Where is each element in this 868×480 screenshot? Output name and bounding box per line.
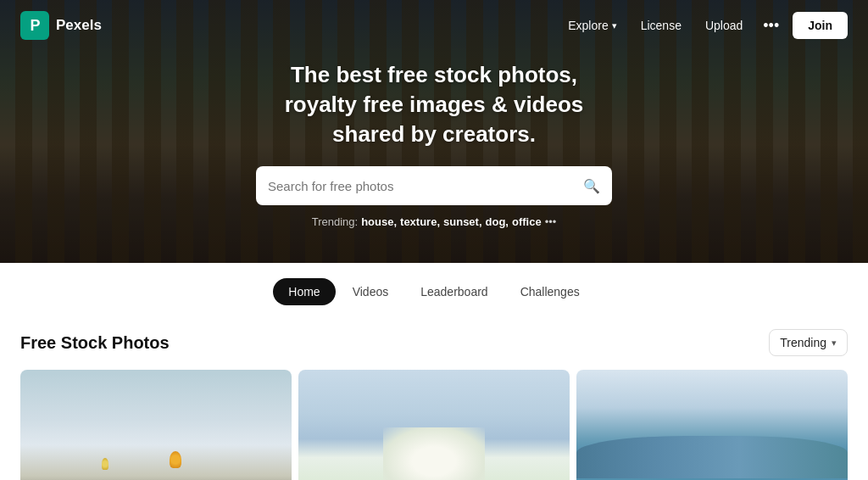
trending-more-button[interactable]: ••• [545,215,557,228]
nav-right: Explore ▾ License Upload ••• Join [558,12,848,40]
tab-leaderboard[interactable]: Leaderboard [405,278,503,305]
photo-card[interactable] [298,370,570,480]
tab-challenges[interactable]: Challenges [505,278,595,305]
trending-label: Trending: [312,215,358,228]
logo-icon: P [20,11,49,40]
photos-section-title: Free Stock Photos [20,333,170,353]
upload-nav-button[interactable]: Upload [695,14,753,37]
trending-row: Trending: house, texture, sunset, dog, o… [312,215,557,228]
trending-tag-house[interactable]: house, [361,215,397,228]
trending-tag-dog[interactable]: dog, [486,215,509,228]
search-bar: 🔍 [256,166,612,205]
photos-section: Free Stock Photos Trending ▾ [0,315,868,480]
hero-section: P Pexels Explore ▾ License Upload ••• Jo… [0,0,868,263]
photos-header: Free Stock Photos Trending ▾ [20,329,848,356]
tabs-bar: Home Videos Leaderboard Challenges [0,263,868,315]
navbar: P Pexels Explore ▾ License Upload ••• Jo… [0,0,868,51]
photo-card[interactable] [576,370,848,480]
photo-card[interactable] [20,370,292,480]
search-input[interactable] [268,179,576,193]
chevron-down-icon: ▾ [832,338,837,349]
hero-title: The best free stock photos, royalty free… [256,60,612,149]
sort-dropdown[interactable]: Trending ▾ [769,329,848,356]
join-button[interactable]: Join [793,12,848,39]
tab-home[interactable]: Home [273,278,335,305]
trending-tag-office[interactable]: office [512,215,542,228]
logo-link[interactable]: P Pexels [20,11,102,40]
license-nav-button[interactable]: License [631,14,692,37]
brand-name: Pexels [56,17,102,34]
photo-grid [20,370,848,480]
more-options-button[interactable]: ••• [756,12,786,40]
tab-videos[interactable]: Videos [337,278,404,305]
chevron-down-icon: ▾ [612,20,617,31]
search-icon: 🔍 [583,178,600,194]
trending-tag-sunset[interactable]: sunset, [443,215,482,228]
trending-tag-texture[interactable]: texture, [400,215,440,228]
explore-nav-button[interactable]: Explore ▾ [558,14,626,37]
